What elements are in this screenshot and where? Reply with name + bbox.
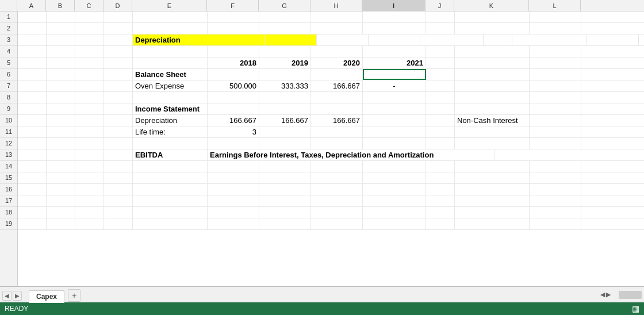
cell-f13[interactable]: Earnings Before Interest, Taxes, Depreci… <box>208 149 495 160</box>
cell-b10[interactable] <box>47 115 75 126</box>
cell-l11[interactable] <box>530 126 581 137</box>
cell-j4[interactable] <box>426 46 455 57</box>
cell-a14[interactable] <box>18 161 47 172</box>
cell-k7[interactable] <box>455 80 530 91</box>
cell-a10[interactable] <box>18 115 47 126</box>
cell-d11[interactable] <box>104 126 133 137</box>
cell-h1[interactable] <box>311 11 363 22</box>
cell-a2[interactable] <box>18 23 47 34</box>
cell-k2[interactable] <box>455 23 530 34</box>
cell-k8[interactable] <box>455 92 530 103</box>
cell-e5[interactable] <box>133 57 208 68</box>
cell-b2[interactable] <box>47 23 75 34</box>
col-header-a[interactable]: A <box>17 0 46 11</box>
col-header-e[interactable]: E <box>132 0 207 11</box>
cell-h3[interactable] <box>369 34 420 45</box>
cell-b12[interactable] <box>47 138 75 149</box>
cell-g5[interactable]: 2019 <box>259 57 311 68</box>
cell-g8[interactable] <box>259 92 311 103</box>
cell-h8[interactable] <box>311 92 363 103</box>
cell-j5[interactable] <box>426 57 455 68</box>
row-header-16[interactable]: 16 <box>0 184 17 195</box>
cell-f12[interactable] <box>208 138 259 149</box>
scroll-thumb[interactable] <box>619 291 642 299</box>
sheet-tab-capex[interactable]: Capex <box>29 290 64 303</box>
cell-g10[interactable]: 166.667 <box>259 115 311 126</box>
row-header-17[interactable]: 17 <box>0 195 17 207</box>
cell-d1[interactable] <box>104 11 133 22</box>
cell-c11[interactable] <box>75 126 104 137</box>
cell-e2[interactable] <box>133 23 208 34</box>
cell-k9[interactable] <box>455 103 530 114</box>
cell-d7[interactable] <box>104 80 133 91</box>
cell-e7[interactable]: Oven Expense <box>133 80 208 91</box>
col-header-c[interactable]: C <box>75 0 103 11</box>
cell-f1[interactable] <box>208 11 259 22</box>
cell-f8[interactable] <box>208 92 259 103</box>
row-header-1[interactable]: 1 <box>0 11 17 23</box>
cell-f2[interactable] <box>208 23 259 34</box>
cell-j7[interactable] <box>426 80 455 91</box>
cell-e13[interactable]: EBITDA <box>133 149 208 160</box>
col-header-h[interactable]: H <box>310 0 362 11</box>
cell-b6[interactable] <box>47 69 75 80</box>
cell-h9[interactable] <box>311 103 363 114</box>
cell-d4[interactable] <box>104 46 133 57</box>
row-header-15[interactable]: 15 <box>0 172 17 184</box>
cell-d5[interactable] <box>104 57 133 68</box>
cell-f6[interactable] <box>208 69 259 80</box>
cell-l9[interactable] <box>530 103 581 114</box>
add-sheet-button[interactable]: + <box>68 289 80 302</box>
cell-i1[interactable] <box>363 11 426 22</box>
cell-l10[interactable] <box>530 115 581 126</box>
cell-b9[interactable] <box>47 103 75 114</box>
cell-l7[interactable] <box>530 80 581 91</box>
cell-c13[interactable] <box>75 149 104 160</box>
cell-j12[interactable] <box>426 138 455 149</box>
col-header-j[interactable]: J <box>425 0 454 11</box>
cell-g9[interactable] <box>259 103 311 114</box>
cell-l1[interactable] <box>530 11 581 22</box>
cell-g11[interactable] <box>259 126 311 137</box>
cell-l8[interactable] <box>530 92 581 103</box>
cell-h2[interactable] <box>311 23 363 34</box>
cell-a6[interactable] <box>18 69 47 80</box>
cell-e6[interactable]: Balance Sheet <box>133 69 208 80</box>
sheet-nav-next[interactable]: ▶ <box>13 291 22 301</box>
cell-c8[interactable] <box>75 92 104 103</box>
cell-f4[interactable] <box>208 46 259 57</box>
cell-b5[interactable] <box>47 57 75 68</box>
cell-d6[interactable] <box>104 69 133 80</box>
cell-k1[interactable] <box>455 11 530 22</box>
col-header-k[interactable]: K <box>454 0 529 11</box>
cell-l5[interactable] <box>530 57 581 68</box>
cell-c6[interactable] <box>75 69 104 80</box>
col-header-i[interactable]: I <box>362 0 425 11</box>
cell-c10[interactable] <box>75 115 104 126</box>
cell-g1[interactable] <box>259 11 311 22</box>
row-header-4[interactable]: 4 <box>0 46 17 57</box>
cell-c5[interactable] <box>75 57 104 68</box>
cell-j1[interactable] <box>426 11 455 22</box>
cell-b11[interactable] <box>47 126 75 137</box>
cell-g4[interactable] <box>259 46 311 57</box>
sheet-nav-prev[interactable]: ◀ <box>2 291 12 301</box>
cell-i5[interactable]: 2021 <box>363 57 426 68</box>
col-header-l[interactable]: L <box>529 0 581 11</box>
cell-i3[interactable] <box>420 34 484 45</box>
cell-k4[interactable] <box>455 46 530 57</box>
row-header-6[interactable]: 6 <box>0 69 17 80</box>
row-header-7[interactable]: 7 <box>0 80 17 92</box>
cell-j6[interactable] <box>426 69 455 80</box>
cell-i9[interactable] <box>363 103 426 114</box>
cell-a7[interactable] <box>18 80 47 91</box>
cell-e4[interactable] <box>133 46 208 57</box>
cell-f7[interactable]: 500.000 <box>208 80 259 91</box>
cell-i12[interactable] <box>363 138 426 149</box>
cell-l6[interactable] <box>530 69 581 80</box>
cell-a3[interactable] <box>18 34 47 45</box>
row-header-14[interactable]: 14 <box>0 161 17 172</box>
cell-d2[interactable] <box>104 23 133 34</box>
cell-k5[interactable] <box>455 57 530 68</box>
cell-j11[interactable] <box>426 126 455 137</box>
